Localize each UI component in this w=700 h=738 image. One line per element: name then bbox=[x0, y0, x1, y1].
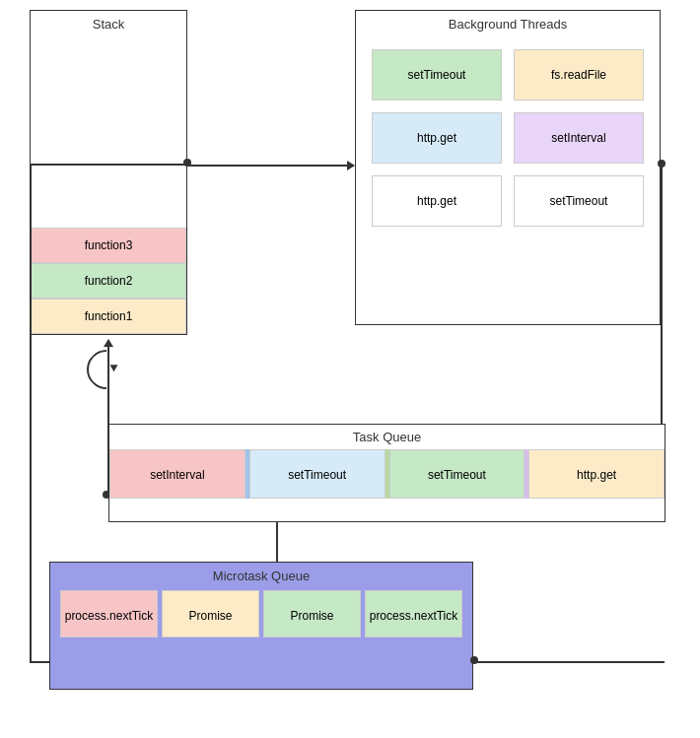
bg-threads-grid: setTimeout fs.readFile http.get setInter… bbox=[356, 37, 660, 238]
line-top-left-h bbox=[30, 164, 185, 166]
stack-item-fn3: function3 bbox=[31, 228, 186, 263]
bg-item-httpget2: http.get bbox=[372, 175, 502, 227]
tq-item-httpget: http.get bbox=[528, 449, 665, 499]
bg-threads-label: Background Threads bbox=[356, 11, 660, 37]
line-tq-to-mt bbox=[276, 522, 278, 565]
bg-item-httpget1: http.get bbox=[372, 112, 502, 164]
microtask-label: Microtask Queue bbox=[50, 563, 472, 589]
task-queue-label: Task Queue bbox=[109, 425, 665, 449]
bg-item-settimeout1: setTimeout bbox=[372, 49, 502, 101]
mt-item-processnexttick: process.nextTick bbox=[60, 590, 158, 637]
mt-item-promise: Promise bbox=[162, 590, 259, 637]
microtask-panel: Microtask Queue process.nextTick Promise… bbox=[49, 562, 473, 690]
mt-item-processnexttick2: process.nextTick bbox=[365, 590, 462, 637]
task-queue-panel: Task Queue setInterval setTimeout setTim… bbox=[108, 424, 665, 522]
arrow-up-to-stack bbox=[107, 340, 109, 426]
microtask-items: process.nextTick Promise Promise process… bbox=[50, 589, 472, 638]
bg-threads-panel: Background Threads setTimeout fs.readFil… bbox=[355, 10, 661, 325]
diagram-container: Stack function3 function2 function1 Back… bbox=[0, 0, 700, 738]
arrow-stack-to-bg bbox=[188, 165, 354, 167]
bg-item-setinterval: setInterval bbox=[514, 112, 644, 164]
line-outer-left bbox=[30, 164, 32, 663]
bg-item-settimeout2: setTimeout bbox=[514, 175, 644, 227]
stack-items: function3 function2 function1 bbox=[31, 228, 186, 334]
tq-item-setinterval: setInterval bbox=[109, 449, 245, 499]
tq-item-settimeout2: setTimeout bbox=[389, 449, 525, 499]
stack-panel: Stack function3 function2 function1 bbox=[30, 10, 187, 335]
task-queue-items: setInterval setTimeout setTimeout http.g… bbox=[109, 449, 665, 499]
bg-item-fsreadfile: fs.readFile bbox=[514, 49, 644, 101]
line-mt-right-h bbox=[475, 661, 665, 663]
stack-label: Stack bbox=[31, 11, 186, 37]
stack-item-fn1: function1 bbox=[31, 299, 186, 334]
event-loop-icon bbox=[79, 342, 135, 398]
stack-item-fn2: function2 bbox=[31, 263, 186, 299]
tq-item-settimeout: setTimeout bbox=[249, 449, 385, 499]
mt-item-promise2: Promise bbox=[263, 590, 361, 637]
